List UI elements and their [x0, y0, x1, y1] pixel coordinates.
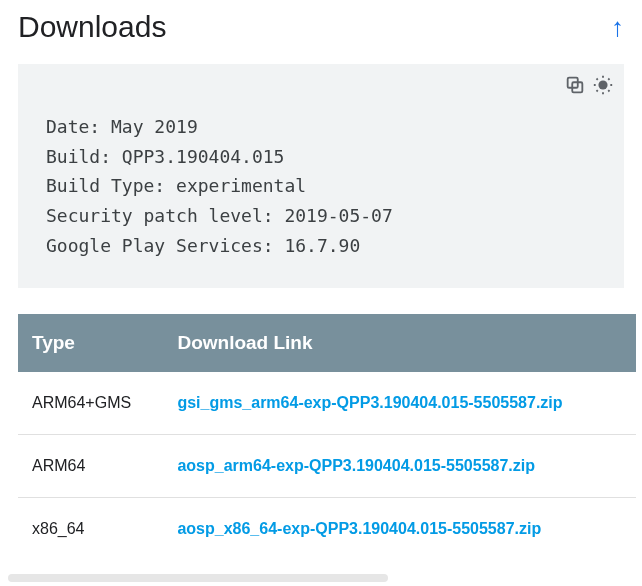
cell-type: ARM64+GMS [18, 372, 163, 435]
cell-type: x86_64 [18, 498, 163, 561]
svg-point-2 [598, 80, 607, 89]
code-line: Build Type: experimental [46, 175, 306, 196]
col-type: Type [18, 314, 163, 372]
code-line: Build: QPP3.190404.015 [46, 146, 284, 167]
section-header: Downloads ↑ [0, 0, 642, 50]
downloads-table-wrap: Type Download Link ARM64+GMS gsi_gms_arm… [18, 314, 636, 560]
copy-icon[interactable] [564, 74, 586, 96]
code-line: Date: May 2019 [46, 116, 198, 137]
download-link[interactable]: aosp_x86_64-exp-QPP3.190404.015-5505587.… [177, 520, 541, 537]
table-row: ARM64 aosp_arm64-exp-QPP3.190404.015-550… [18, 435, 636, 498]
code-line: Security patch level: 2019-05-07 [46, 205, 393, 226]
build-info-code: Date: May 2019 Build: QPP3.190404.015 Bu… [18, 64, 624, 288]
code-block: Date: May 2019 Build: QPP3.190404.015 Bu… [18, 64, 624, 288]
cell-type: ARM64 [18, 435, 163, 498]
table-row: x86_64 aosp_x86_64-exp-QPP3.190404.015-5… [18, 498, 636, 561]
download-link[interactable]: aosp_arm64-exp-QPP3.190404.015-5505587.z… [177, 457, 535, 474]
downloads-table: Type Download Link ARM64+GMS gsi_gms_arm… [18, 314, 636, 560]
horizontal-scrollbar[interactable] [8, 574, 388, 582]
scroll-top-icon[interactable]: ↑ [611, 14, 624, 40]
page-title: Downloads [18, 10, 166, 44]
theme-toggle-icon[interactable] [592, 74, 614, 96]
col-link: Download Link [163, 314, 636, 372]
table-row: ARM64+GMS gsi_gms_arm64-exp-QPP3.190404.… [18, 372, 636, 435]
code-line: Google Play Services: 16.7.90 [46, 235, 360, 256]
download-link[interactable]: gsi_gms_arm64-exp-QPP3.190404.015-550558… [177, 394, 562, 411]
